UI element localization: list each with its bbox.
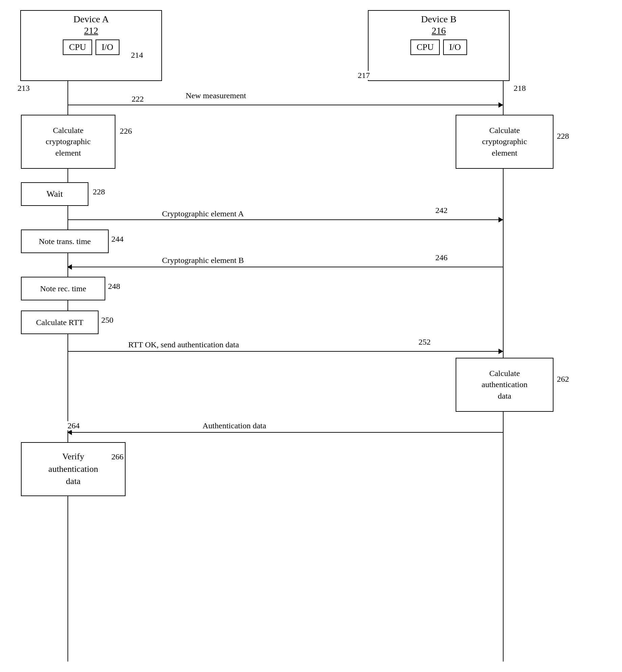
device-b-box: Device B216 CPU I/O xyxy=(368,10,510,81)
verify-auth-label: Verifyauthenticationdata xyxy=(48,451,98,487)
ref-248: 248 xyxy=(108,282,120,291)
calc-rtt-label: Calculate RTT xyxy=(36,318,84,327)
crypto-b-label: Cryptographic element B xyxy=(162,256,244,265)
ref-264: 264 xyxy=(67,421,80,430)
calc-crypto-a-box: Calculatecryptographicelement xyxy=(21,115,115,169)
crypto-a-label: Cryptographic element A xyxy=(162,209,244,218)
ref-213: 213 xyxy=(18,84,30,93)
device-a-number: 212 xyxy=(84,25,98,36)
note-rec-box: Note rec. time xyxy=(21,277,105,300)
ref-242: 242 xyxy=(435,206,448,215)
verify-auth-box: Verifyauthenticationdata xyxy=(21,442,126,496)
ref-218: 218 xyxy=(514,84,526,93)
ref-262: 262 xyxy=(557,375,569,384)
ref-266: 266 xyxy=(111,452,124,461)
ref-228-wait: 228 xyxy=(93,187,105,196)
calc-crypto-b-box: Calculatecryptographicelement xyxy=(456,115,553,169)
ref-244: 244 xyxy=(111,235,124,244)
ref-246: 246 xyxy=(435,253,448,262)
rtt-ok-arrow xyxy=(67,351,503,352)
device-a-io: I/O xyxy=(96,39,119,55)
wait-label: Wait xyxy=(47,189,63,199)
ref-228-b: 228 xyxy=(557,132,569,141)
ref-214: 214 xyxy=(131,51,143,60)
ref-252: 252 xyxy=(418,338,431,347)
crypto-a-arrow xyxy=(67,219,503,220)
ref-226: 226 xyxy=(120,127,132,136)
calc-auth-label: Calculateauthenticationdata xyxy=(482,368,528,402)
ref-217: 217 xyxy=(358,71,370,80)
note-trans-label: Note trans. time xyxy=(39,237,91,246)
calc-crypto-a-label: Calculatecryptographicelement xyxy=(46,125,90,159)
new-measurement-arrow xyxy=(67,105,503,105)
auth-data-arrow xyxy=(67,432,503,433)
device-b-title: Device B216 xyxy=(369,11,509,37)
device-a-cpu: CPU xyxy=(63,39,92,55)
device-a-box: Device A212 CPU I/O xyxy=(20,10,162,81)
auth-data-label: Authentication data xyxy=(202,421,266,430)
device-b-number: 216 xyxy=(432,25,446,36)
ref-222: 222 xyxy=(132,95,144,104)
rtt-ok-label: RTT OK, send authentication data xyxy=(128,340,239,349)
wait-box: Wait xyxy=(21,182,88,206)
calc-auth-box: Calculateauthenticationdata xyxy=(456,358,553,412)
calc-rtt-box: Calculate RTT xyxy=(21,311,99,334)
note-trans-box: Note trans. time xyxy=(21,230,109,253)
diagram: Device A212 CPU I/O 213 214 Device B216 … xyxy=(0,0,622,672)
note-rec-label: Note rec. time xyxy=(40,284,86,293)
device-a-title: Device A212 xyxy=(21,11,161,37)
device-b-cpu: CPU xyxy=(410,39,440,55)
device-b-io: I/O xyxy=(443,39,467,55)
calc-crypto-b-label: Calculatecryptographicelement xyxy=(482,125,527,159)
crypto-b-arrow xyxy=(67,267,503,267)
new-measurement-label: New measurement xyxy=(186,91,246,100)
ref-250: 250 xyxy=(101,316,113,325)
